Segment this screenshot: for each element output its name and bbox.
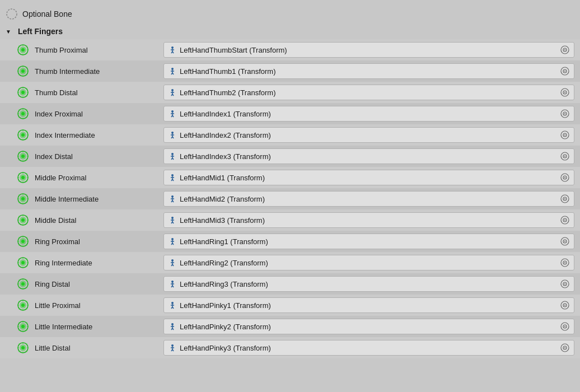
svg-point-106 — [26, 159, 27, 160]
transform-value: LeftHandPinky3 (Transform) — [180, 344, 557, 352]
svg-point-125 — [26, 180, 27, 181]
svg-point-10 — [18, 53, 20, 54]
svg-point-65 — [18, 109, 20, 110]
bone-dot-icon — [17, 150, 29, 162]
transform-field[interactable]: LeftHandIndex2 (Transform) — [163, 127, 574, 143]
transform-field[interactable]: LeftHandMid2 (Transform) — [163, 191, 574, 207]
person-icon — [169, 131, 176, 139]
bone-label: Little Proximal — [35, 301, 158, 310]
transform-field[interactable]: LeftHandThumb2 (Transform) — [163, 85, 574, 100]
svg-point-215 — [17, 283, 18, 284]
svg-point-84 — [18, 130, 20, 132]
target-icon[interactable] — [560, 67, 569, 76]
svg-point-177 — [17, 241, 18, 242]
svg-point-114 — [564, 156, 565, 157]
svg-point-271 — [22, 352, 24, 353]
svg-line-149 — [172, 200, 174, 202]
svg-point-194 — [22, 257, 24, 258]
bone-dot-icon — [17, 342, 29, 354]
transform-value: LeftHandThumbStart (Transform) — [180, 46, 557, 54]
svg-point-3 — [21, 48, 25, 52]
svg-point-157 — [22, 224, 24, 225]
transform-value: LeftHandIndex2 (Transform) — [180, 131, 557, 139]
svg-point-285 — [564, 347, 565, 348]
svg-line-168 — [172, 222, 174, 223]
person-icon — [169, 323, 176, 330]
svg-point-143 — [18, 202, 20, 203]
transform-field[interactable]: LeftHandRing1 (Transform) — [163, 234, 574, 249]
target-icon[interactable] — [560, 130, 569, 139]
svg-point-251 — [22, 321, 24, 322]
table-row: Thumb Intermediate LeftHandThumb1 (Trans… — [0, 60, 580, 82]
svg-point-80 — [22, 129, 24, 130]
target-icon[interactable] — [560, 216, 569, 225]
person-icon — [169, 88, 176, 96]
svg-point-5 — [22, 54, 24, 55]
transform-field[interactable]: LeftHandThumb1 (Transform) — [163, 63, 574, 79]
transform-field[interactable]: LeftHandRing3 (Transform) — [163, 276, 574, 292]
svg-point-155 — [21, 218, 25, 222]
svg-line-187 — [172, 243, 174, 245]
target-icon[interactable] — [560, 152, 569, 161]
svg-point-197 — [27, 262, 28, 263]
target-icon[interactable] — [560, 343, 569, 352]
target-icon[interactable] — [560, 173, 569, 182]
transform-field[interactable]: LeftHandPinky1 (Transform) — [163, 297, 574, 313]
svg-line-263 — [172, 328, 174, 330]
svg-point-47 — [26, 88, 27, 89]
svg-point-174 — [21, 240, 25, 243]
svg-point-183 — [171, 238, 174, 240]
target-icon[interactable] — [560, 45, 569, 54]
svg-point-4 — [22, 44, 24, 45]
transform-field[interactable]: LeftHandRing2 (Transform) — [163, 255, 574, 270]
target-icon[interactable] — [560, 301, 569, 310]
target-icon[interactable] — [560, 88, 569, 97]
svg-point-181 — [18, 244, 20, 245]
target-icon[interactable] — [560, 194, 569, 203]
svg-point-48 — [18, 95, 20, 96]
svg-point-257 — [18, 329, 20, 330]
transform-field[interactable]: LeftHandMid3 (Transform) — [163, 212, 574, 228]
optional-bone-icon — [6, 8, 18, 20]
svg-point-238 — [18, 308, 20, 309]
person-icon — [169, 259, 176, 267]
transform-field[interactable]: LeftHandThumbStart (Transform) — [163, 42, 574, 58]
target-icon[interactable] — [560, 279, 569, 288]
table-row: Thumb Proximal LeftHandThumbStart (Trans… — [0, 39, 580, 60]
svg-point-69 — [171, 110, 174, 113]
svg-point-81 — [22, 139, 24, 140]
target-icon[interactable] — [560, 258, 569, 267]
person-icon — [169, 344, 176, 352]
svg-point-152 — [564, 198, 565, 199]
bone-dot-icon — [17, 193, 29, 205]
bone-dot-icon — [17, 171, 29, 184]
transform-field[interactable]: LeftHandPinky2 (Transform) — [163, 319, 574, 334]
bone-dot-icon — [17, 44, 29, 56]
svg-point-196 — [17, 262, 18, 263]
svg-point-98 — [21, 155, 25, 158]
left-fingers-header[interactable]: ▼ Left Fingers — [0, 24, 580, 39]
svg-point-176 — [22, 245, 24, 246]
bone-label: Middle Intermediate — [35, 195, 158, 203]
svg-point-221 — [171, 281, 174, 283]
svg-point-46 — [18, 88, 20, 89]
svg-line-111 — [172, 158, 174, 160]
bone-label: Index Intermediate — [35, 131, 158, 139]
svg-point-82 — [17, 134, 18, 136]
target-icon[interactable] — [560, 237, 569, 246]
svg-line-225 — [172, 286, 174, 287]
target-icon[interactable] — [560, 322, 569, 331]
collapse-icon[interactable]: ▼ — [6, 29, 11, 35]
table-row: Ring Distal LeftHandRing3 (Transform) — [0, 273, 580, 295]
transform-field[interactable]: LeftHandIndex3 (Transform) — [163, 148, 574, 164]
table-row: Little Proximal LeftHandPinky1 (Transfor… — [0, 295, 580, 316]
svg-point-209 — [564, 262, 565, 263]
transform-value: LeftHandThumb1 (Transform) — [180, 67, 557, 76]
transform-field[interactable]: LeftHandPinky3 (Transform) — [163, 340, 574, 356]
transform-field[interactable]: LeftHandIndex1 (Transform) — [163, 106, 574, 122]
svg-point-103 — [18, 152, 20, 153]
svg-point-100 — [22, 160, 24, 161]
target-icon[interactable] — [560, 109, 569, 118]
person-icon — [169, 46, 176, 54]
transform-field[interactable]: LeftHandMid1 (Transform) — [163, 170, 574, 185]
